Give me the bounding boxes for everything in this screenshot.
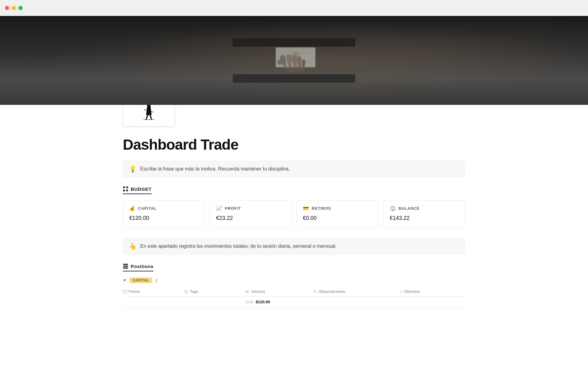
svg-rect-18 (123, 266, 128, 267)
col-header-observaciones: Observaciones (313, 289, 398, 294)
svg-rect-8 (233, 74, 355, 83)
card-profit: 📈 PROFIT €23.22 (210, 200, 292, 228)
arrow-icon (398, 289, 403, 294)
svg-rect-4 (302, 52, 311, 54)
profit-value: €23.22 (216, 215, 285, 221)
callout-info-text: En este apartado registra los movimiento… (140, 243, 337, 249)
budget-label: BUDGET (131, 186, 152, 192)
profit-label: PROFIT (225, 206, 241, 211)
group-row-capital: ▼ CAPITAL 2 (123, 278, 465, 283)
capital-value: €120.00 (129, 215, 198, 221)
grid-icon (123, 186, 128, 192)
profit-icon: 📈 (216, 205, 223, 211)
group-count: 2 (155, 278, 157, 283)
balance-label: BALANCE (398, 206, 420, 211)
retiros-icon: 💳 (303, 205, 309, 211)
balance-icon: ⚖️ (390, 205, 396, 211)
card-capital: 💰 CAPITAL €120.00 (123, 200, 205, 228)
col-header-tags: Tags (184, 289, 245, 294)
budget-cards: 💰 CAPITAL €120.00 📈 PROFIT €23.22 💳 RETI… (123, 200, 465, 228)
clock-icon (184, 289, 188, 294)
svg-rect-3 (280, 52, 289, 54)
divider (123, 309, 465, 309)
col-header-fecha: Fecha (123, 289, 184, 294)
svg-line-26 (186, 292, 187, 292)
hero-illustration (233, 21, 355, 100)
minimize-button[interactable] (12, 6, 16, 10)
table-icon (123, 263, 128, 269)
page-title: Dashboard Trade (123, 136, 465, 153)
capital-icon: 💰 (129, 205, 136, 211)
retiros-label: RETIROS (312, 206, 331, 211)
callout-motivation-text: Escribe la frase que más te motiva. Recu… (140, 166, 290, 172)
calendar-icon (123, 289, 127, 294)
retiros-value: €0.00 (303, 215, 372, 221)
maximize-button[interactable] (18, 6, 23, 10)
col-header-amount: Amount (245, 289, 313, 294)
col-header-direction: Direction (398, 289, 460, 294)
svg-rect-16 (126, 190, 128, 191)
svg-rect-7 (233, 38, 355, 47)
group-tag-capital: CAPITAL (130, 278, 152, 283)
svg-point-31 (314, 290, 316, 291)
person-icon (313, 289, 317, 294)
svg-line-27 (246, 290, 247, 293)
positions-label: Positions (131, 264, 153, 269)
budget-section-heading: BUDGET (123, 186, 152, 194)
card-balance: ⚖️ BALANCE €143.22 (383, 200, 466, 228)
svg-rect-13 (123, 186, 125, 188)
sum-value: $120.00 (256, 300, 270, 304)
hero-banner (0, 16, 588, 105)
callout-motivation: 💡 Escribe la frase que más te motiva. Re… (123, 160, 465, 178)
card-retiros: 💳 RETIROS €0.00 (296, 200, 379, 228)
lightbulb-icon: 💡 (129, 165, 137, 173)
hash-icon (245, 289, 250, 294)
table-headers: Fecha Tags Amount Observacion (123, 287, 465, 297)
sum-label: SUM (245, 300, 253, 304)
svg-rect-14 (126, 186, 128, 188)
close-button[interactable] (5, 6, 9, 10)
titlebar (0, 0, 588, 16)
capital-label: CAPITAL (138, 206, 157, 211)
sum-row: SUM $120.00 (123, 297, 465, 307)
positions-section-heading: Positions (123, 263, 153, 271)
svg-rect-19 (123, 267, 128, 269)
svg-rect-20 (123, 290, 127, 293)
svg-rect-15 (123, 190, 125, 191)
main-content: Dashboard Trade 💡 Escribe la frase que m… (93, 93, 495, 309)
pointing-icon: 👆 (129, 243, 137, 250)
callout-info: 👆 En este apartado registra los movimien… (123, 238, 465, 255)
group-toggle[interactable]: ▼ (123, 278, 126, 282)
balance-value: €143.22 (390, 215, 459, 221)
svg-line-28 (248, 290, 248, 293)
svg-rect-17 (123, 264, 128, 265)
